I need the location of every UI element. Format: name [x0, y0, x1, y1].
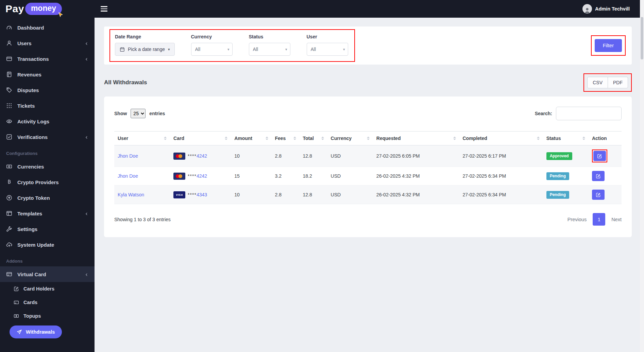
- date-range-value: Pick a date range: [128, 47, 165, 52]
- column-header-currency[interactable]: Currency: [327, 131, 373, 145]
- sidebar-item-label: Card Holders: [23, 286, 54, 292]
- sidebar-item-tickets[interactable]: Tickets: [0, 98, 95, 113]
- cell-amount: 10: [231, 186, 271, 204]
- mastercard-icon: [173, 153, 185, 160]
- user-link[interactable]: Kyla Watson: [118, 192, 144, 197]
- logo-text-pay: Pay: [5, 3, 24, 15]
- filters-highlight-box: Date Range Pick a date range ▾ Currency …: [109, 29, 355, 62]
- pagination-previous[interactable]: Previous: [567, 217, 587, 222]
- sidebar-subitem-topups[interactable]: Topups: [0, 309, 95, 323]
- cursor-icon: [58, 12, 63, 17]
- column-header-total[interactable]: Total: [300, 131, 327, 145]
- column-label: Requested: [376, 136, 401, 141]
- sidebar-subitem-card-holders[interactable]: Card Holders: [0, 282, 95, 296]
- column-header-status[interactable]: Status: [543, 131, 589, 145]
- table-row: Kyla WatsonVISA****4343102.812.8USD26-02…: [114, 186, 622, 204]
- cell-completed: 27-02-2025 6:34 PM: [459, 186, 543, 204]
- column-label: Action: [592, 136, 607, 141]
- column-header-requested[interactable]: Requested: [373, 131, 459, 145]
- status-select-wrap: All ▾: [249, 43, 290, 56]
- sidebar-item-activity-logs[interactable]: Activity Logs: [0, 113, 95, 129]
- gauge-icon: [6, 24, 12, 31]
- edit-button[interactable]: [593, 151, 606, 161]
- scrollbar-thumb[interactable]: [641, 17, 643, 59]
- cell-fees: 2.8: [272, 145, 300, 167]
- date-range-picker[interactable]: Pick a date range ▾: [115, 43, 175, 56]
- cell-total: 18.2: [300, 167, 327, 186]
- page-scrollbar[interactable]: [640, 0, 644, 352]
- card-number: ****4343: [188, 192, 207, 197]
- card-icon: [14, 300, 19, 305]
- column-header-action[interactable]: Action: [589, 131, 622, 145]
- admin-menu[interactable]: Admin Techvill: [582, 4, 630, 14]
- cell-total: 12.8: [300, 145, 327, 167]
- edit-button[interactable]: [592, 190, 605, 200]
- topup-icon: [14, 313, 19, 319]
- user-link[interactable]: Jhon Doe: [118, 173, 138, 179]
- user-select[interactable]: All: [307, 43, 348, 56]
- pagination: Previous 1 Next: [567, 213, 622, 226]
- sidebar-subitem-withdrawals[interactable]: Withdrawals: [10, 325, 62, 338]
- filter-currency-group: Currency All ▾: [191, 34, 233, 56]
- export-pdf-button[interactable]: PDF: [608, 77, 628, 88]
- sidebar-item-label: Crypto Token: [17, 195, 50, 201]
- sidebar-item-settings[interactable]: Settings: [0, 221, 95, 237]
- status-select[interactable]: All: [249, 43, 290, 56]
- column-header-amount[interactable]: Amount: [231, 131, 271, 145]
- sidebar-item-crypto-token[interactable]: Crypto Token: [0, 190, 95, 206]
- cell-card: VISA****4343: [170, 186, 231, 204]
- column-header-content: Total: [303, 136, 324, 141]
- filter-button[interactable]: Filter: [595, 39, 622, 52]
- sidebar-item-transactions[interactable]: Transactions: [0, 51, 95, 67]
- sidebar-item-revenues[interactable]: Revenues: [0, 67, 95, 82]
- card-last4: 4343: [197, 192, 207, 197]
- column-header-card[interactable]: Card: [170, 131, 231, 145]
- column-header-completed[interactable]: Completed: [459, 131, 543, 145]
- page-size-select[interactable]: 25: [131, 109, 146, 118]
- user-link[interactable]: Jhon Doe: [118, 153, 138, 159]
- sidebar-item-virtual-card[interactable]: Virtual Card: [0, 266, 95, 282]
- app-logo[interactable]: Pay money: [0, 0, 95, 18]
- export-csv-button[interactable]: CSV: [587, 77, 608, 88]
- hamburger-menu-button[interactable]: [97, 3, 111, 15]
- sidebar-item-label: Dashboard: [17, 25, 44, 31]
- cell-currency: USD: [327, 167, 373, 186]
- sidebar-item-system-update[interactable]: System Update: [0, 237, 95, 252]
- column-label: Status: [546, 136, 561, 141]
- cell-status: Pending: [543, 167, 589, 186]
- currency-select[interactable]: All: [191, 43, 233, 56]
- table-header-row: UserCardAmountFeesTotalCurrencyRequested…: [114, 131, 622, 145]
- sidebar-item-users[interactable]: Users: [0, 35, 95, 51]
- search-input[interactable]: [556, 107, 622, 120]
- sidebar-item-dashboard[interactable]: Dashboard: [0, 20, 95, 35]
- card-cell: ****4242: [173, 173, 227, 180]
- sidebar-item-templates[interactable]: Templates: [0, 206, 95, 221]
- sidebar-item-verifications[interactable]: Verifications: [0, 129, 95, 145]
- credit-card-icon: [6, 271, 12, 277]
- export-button-group: CSV PDF: [587, 77, 628, 88]
- column-label: Completed: [463, 136, 487, 141]
- sidebar-nav: DashboardUsersTransactionsRevenuesDisput…: [0, 18, 95, 342]
- edit-button[interactable]: [592, 171, 605, 181]
- sidebar-item-label: System Update: [17, 242, 54, 248]
- sidebar-item-currencies[interactable]: Currencies: [0, 159, 95, 174]
- pagination-next[interactable]: Next: [611, 217, 622, 222]
- column-header-content: Status: [546, 136, 585, 141]
- column-header-fees[interactable]: Fees: [272, 131, 300, 145]
- sidebar-item-crypto-providers[interactable]: Crypto Providers: [0, 174, 95, 190]
- cell-fees: 3.2: [272, 167, 300, 186]
- pagination-page-1[interactable]: 1: [593, 213, 605, 226]
- table-body: Jhon Doe****4242102.812.8USD27-02-2025 6…: [114, 145, 622, 204]
- column-header-user[interactable]: User: [114, 131, 170, 145]
- sidebar-item-label: Withdrawals: [26, 329, 55, 335]
- sidebar-subitem-cards[interactable]: Cards: [0, 296, 95, 309]
- pencil-square-icon: [14, 286, 19, 292]
- page-title: All Withdrawals: [104, 79, 147, 86]
- sidebar-item-disputes[interactable]: Disputes: [0, 82, 95, 98]
- sidebar-item-label: Transactions: [17, 56, 49, 62]
- cell-completed: 27-02-2025 6:17 PM: [459, 145, 543, 167]
- visa-icon: VISA: [173, 191, 185, 198]
- page-heading-row: All Withdrawals CSV PDF: [104, 73, 632, 92]
- eye-icon: [6, 118, 12, 124]
- chevron-left-icon: [85, 41, 88, 46]
